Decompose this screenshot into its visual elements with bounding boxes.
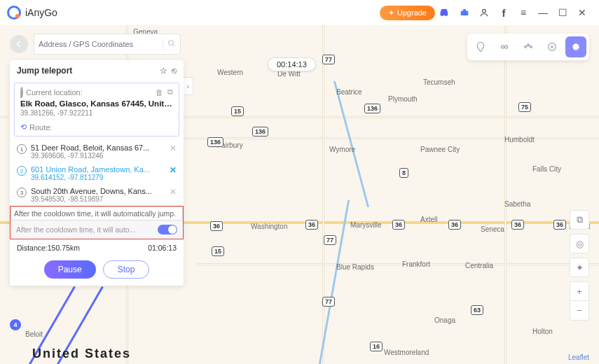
cooldown-timer: 00:14:13 [268,57,316,71]
search-box[interactable] [34,34,181,55]
remove-stop-icon[interactable]: ✕ [170,144,177,153]
city-label: Frankfort [402,260,430,268]
auto-jump-label: After the cooldown time, it will auto... [16,225,158,234]
svg-point-9 [572,43,579,50]
panel-collapse-button[interactable]: ‹ [184,77,193,95]
distance-row: Distance:150.75km 01:06:13 [10,239,184,256]
search-icon[interactable] [163,38,176,50]
city-label: Seneca [481,225,504,233]
stop-coords: 39.614152, -97.811279 [31,174,167,181]
compass-button[interactable]: ✦ [570,258,589,277]
stop-number: 3 [17,188,27,197]
mode-two-spot[interactable] [494,36,515,57]
route-stop-1[interactable]: 1 51 Deer Road, Beloit, Kansas 67... 39.… [10,141,184,162]
time-value: 01:06:13 [148,244,177,252]
mode-multi-spot[interactable] [518,36,539,57]
city-label: Plymouth [388,95,418,103]
current-location-coords: 39.381266, -97.922211 [20,109,173,117]
copy-icon[interactable]: ⧉ [167,88,173,97]
pause-button[interactable]: Pause [44,260,96,279]
favorite-icon[interactable]: ☆ [160,66,167,76]
svg-point-2 [501,46,504,48]
country-label: United States [32,346,131,361]
delete-icon[interactable]: 🗑 [156,88,163,97]
city-label: Pawnee City [420,146,460,153]
route-icon: ⟲ [20,122,27,132]
highway-shield: 36 [305,220,318,230]
highway-shield: 136 [207,137,223,147]
stop-number: 1 [17,144,27,154]
discord-icon[interactable] [435,8,455,18]
city-label: Blue Rapids [336,263,374,271]
highway-shield: 15 [231,106,244,116]
city-label: Beatrice [336,88,362,96]
route-stop-3[interactable]: 3 South 20th Avenue, Downs, Kans... 39.5… [10,184,184,206]
current-location-box: Current location: 🗑 ⧉ Elk Road, Glasco, … [14,83,179,136]
city-label: Falls City [532,165,561,173]
city-label: Western [217,69,243,76]
account-icon[interactable] [474,8,494,18]
highway-shield: 136 [252,127,268,136]
highway-shield: 36 [392,220,405,230]
stop-coords: 39.548530, -98.519897 [31,195,167,203]
jump-teleport-panel: Jump teleport ☆ ⎋ Current location: 🗑 ⧉ … [10,60,184,286]
zoom-in-button[interactable]: + [570,281,589,301]
export-icon[interactable]: ⎋ [172,66,177,76]
auto-jump-toggle[interactable] [158,225,177,234]
panel-title: Jump teleport [17,66,72,76]
city-label: Tecumseh [423,78,455,86]
location-pin-icon [20,88,23,97]
back-button[interactable] [10,35,28,53]
svg-point-1 [169,41,174,46]
search-input[interactable] [39,40,163,48]
mode-single-spot[interactable] [470,36,491,57]
close-button[interactable]: ✕ [572,7,592,18]
route-stop-2[interactable]: 2 601 Union Road, Jamestown, Ka... 39.61… [10,162,184,184]
map-attribution[interactable]: Leaflet [568,354,589,361]
maximize-button[interactable]: ☐ [553,7,572,18]
app-logo [7,6,21,20]
mode-jump-teleport[interactable] [565,36,586,57]
city-label: Sabetha [504,200,530,208]
facebook-icon[interactable]: f [494,7,514,19]
city-label: Washington [251,223,287,230]
city-label: Marysville [350,221,381,229]
highway-shield: 36 [511,220,524,230]
svg-point-0 [483,9,486,13]
highway-shield: 75 [518,102,531,112]
city-label: Wymore [329,146,355,153]
city-label: Onaga [434,316,455,324]
route-label: Route: [29,123,52,132]
highway-shield: 77 [322,55,335,64]
auto-jump-row: After the cooldown time, it will auto... [11,220,183,239]
zoom-out-button[interactable]: − [570,301,589,321]
remove-stop-icon[interactable]: ✕ [170,187,177,197]
minimize-button[interactable]: — [533,7,553,18]
titlebar: iAnyGo ✦ Upgrade f ≡ — ☐ ✕ [0,0,599,25]
locate-button[interactable]: ◎ [570,234,589,253]
highlight-box: After the cooldown time, it will automat… [10,206,184,239]
remove-stop-icon[interactable]: ✕ [170,165,177,175]
toolbox-icon[interactable] [455,8,474,18]
stop-button[interactable]: Stop [103,260,150,279]
highway-shield: 16 [370,342,383,351]
stop-label: South 20th Avenue, Downs, Kans... [31,187,167,195]
distance-label: Distance: [17,244,48,252]
city-label: Holton [532,328,553,335]
menu-icon[interactable]: ≡ [514,7,533,18]
city-label: Centralia [465,262,493,270]
route-stop-marker[interactable]: 4 [10,319,21,330]
upgrade-label: Upgrade [397,8,427,17]
highway-shield: 36 [210,221,223,231]
highway-shield: 36 [553,220,566,230]
highway-shield: 136 [364,104,380,113]
svg-point-3 [505,46,508,48]
screenshot-button[interactable]: ⧉ [570,210,589,230]
upgrade-button[interactable]: ✦ Upgrade [380,6,435,20]
svg-point-7 [549,43,556,51]
mode-joystick[interactable] [542,36,563,57]
city-label: Westmoreland [384,349,429,356]
highway-shield: 77 [322,297,335,307]
highway-shield: 63 [471,305,483,315]
current-location-label: Current location: [26,88,83,97]
